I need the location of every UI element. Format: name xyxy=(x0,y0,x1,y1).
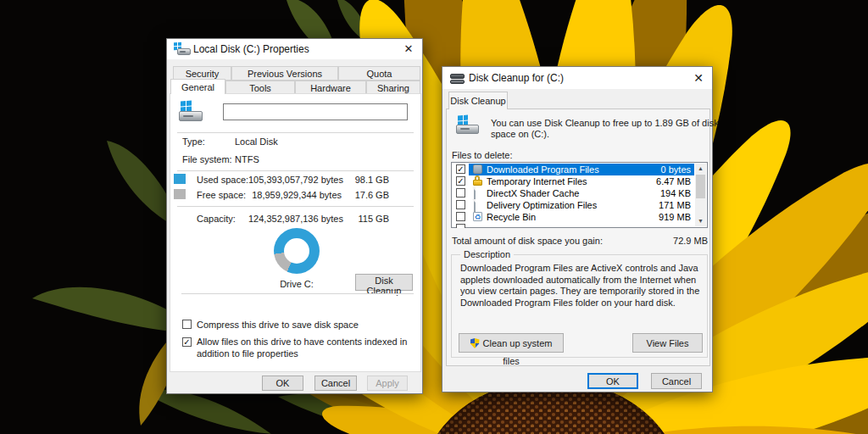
program-files-icon xyxy=(473,164,482,174)
sunflower-wallpaper xyxy=(0,0,868,434)
properties-dialog-title: Local Disk (C:) Properties xyxy=(193,43,309,55)
filesystem-label: File system: xyxy=(182,154,232,164)
tab-tools[interactable]: Tools xyxy=(225,81,295,94)
files-to-delete-list[interactable]: ✓ Downloaded Program Files 0 bytes ✓ Tem… xyxy=(451,162,708,228)
file-size: 171 MB xyxy=(659,200,691,210)
disk-usage-donut-chart xyxy=(274,228,320,274)
cancel-button[interactable]: Cancel xyxy=(314,376,357,391)
file-checkbox[interactable]: ✓ xyxy=(456,164,465,174)
drive-caption: Drive C: xyxy=(254,279,339,289)
type-value: Local Disk xyxy=(235,136,278,147)
uac-shield-icon xyxy=(470,338,480,348)
list-item[interactable]: ♻ Recycle Bin 919 MB xyxy=(453,211,694,223)
apply-button[interactable]: Apply xyxy=(367,376,408,391)
ok-button[interactable]: OK xyxy=(262,376,303,391)
description-text: Downloaded Program Files are ActiveX con… xyxy=(460,263,703,309)
free-space-size: 17.6 GB xyxy=(347,190,389,200)
recycle-bin-icon: ♻ xyxy=(473,212,482,221)
file-name: Temporary Internet Files xyxy=(487,176,587,186)
description-groupbox: Description Downloaded Program Files are… xyxy=(451,254,708,358)
tab-hardware[interactable]: Hardware xyxy=(295,81,366,94)
scroll-up-icon[interactable]: ▲ xyxy=(695,164,706,174)
close-icon[interactable]: ✕ xyxy=(395,39,422,59)
used-space-bytes: 105,393,057,792 bytes xyxy=(248,175,342,185)
file-size: 194 KB xyxy=(660,188,691,198)
free-space-swatch xyxy=(174,189,186,199)
file-size: 0 bytes xyxy=(661,164,691,175)
disk-cleanup-dialog: Disk Cleanup for (C:) ✕ Disk Cleanup You… xyxy=(442,66,713,392)
type-label: Type: xyxy=(182,136,205,147)
free-space-label: Free space: xyxy=(197,190,246,200)
total-gain-label: Total amount of disk space you gain: xyxy=(452,236,603,246)
tab-general[interactable]: General xyxy=(170,79,225,94)
tab-disk-cleanup[interactable]: Disk Cleanup xyxy=(448,92,508,109)
tab-previous-versions[interactable]: Previous Versions xyxy=(231,66,338,81)
capacity-bytes: 124,352,987,136 bytes xyxy=(248,214,342,224)
files-to-delete-label: Files to delete: xyxy=(452,150,513,160)
index-contents-checkbox[interactable]: ✓ xyxy=(182,337,192,347)
properties-dialog: Local Disk (C:) Properties ✕ Security Pr… xyxy=(166,38,423,394)
disk-cleanup-button[interactable]: Disk Cleanup xyxy=(355,274,413,291)
capacity-size: 115 GB xyxy=(347,214,389,224)
capacity-label: Capacity: xyxy=(197,214,236,224)
filesystem-value: NTFS xyxy=(235,154,259,164)
volume-label-input[interactable] xyxy=(223,103,408,120)
file-name: DirectX Shader Cache xyxy=(487,188,579,198)
file-name: Downloaded Program Files xyxy=(487,164,599,175)
file-size: 919 MB xyxy=(659,212,691,222)
file-checkbox[interactable]: ✓ xyxy=(456,176,465,186)
view-files-button[interactable]: View Files xyxy=(632,333,703,353)
description-legend: Description xyxy=(460,249,514,259)
list-item[interactable]: Delivery Optimization Files 171 MB xyxy=(453,199,694,211)
cleanup-intro-line2: space on (C:). xyxy=(491,129,720,141)
properties-titlebar[interactable]: Local Disk (C:) Properties ✕ xyxy=(167,39,422,59)
cleanup-intro-line1: You can use Disk Cleanup to free up to 1… xyxy=(491,118,720,130)
file-name: Delivery Optimization Files xyxy=(487,200,597,210)
file-checkbox[interactable] xyxy=(456,188,465,198)
free-space-bytes: 18,959,929,344 bytes xyxy=(248,190,342,200)
used-space-swatch xyxy=(174,174,186,184)
index-contents-label: Allow files on this drive to have conten… xyxy=(197,337,415,359)
file-checkbox[interactable] xyxy=(456,224,465,228)
list-item[interactable]: ✓ Downloaded Program Files 0 bytes xyxy=(453,164,694,175)
cancel-button[interactable]: Cancel xyxy=(651,373,702,389)
close-icon[interactable]: ✕ xyxy=(685,67,712,89)
file-checkbox[interactable] xyxy=(456,200,465,209)
scroll-down-icon[interactable]: ▼ xyxy=(695,216,706,226)
used-space-label: Used space: xyxy=(197,175,248,185)
list-item-partial[interactable] xyxy=(453,223,694,228)
list-item[interactable]: DirectX Shader Cache 194 KB xyxy=(453,187,694,199)
file-size: 6.47 MB xyxy=(656,176,691,186)
list-scrollbar[interactable]: ▲ ▼ xyxy=(695,164,706,226)
tab-quota[interactable]: Quota xyxy=(338,66,420,81)
ok-button[interactable]: OK xyxy=(587,373,638,389)
list-item[interactable]: ✓ Temporary Internet Files 6.47 MB xyxy=(453,175,694,187)
total-gain-value: 72.9 MB xyxy=(640,236,708,246)
cleanup-titlebar[interactable]: Disk Cleanup for (C:) ✕ xyxy=(442,67,712,89)
file-name: Recycle Bin xyxy=(487,212,536,222)
file-checkbox[interactable] xyxy=(456,212,465,221)
compress-drive-checkbox[interactable] xyxy=(182,320,192,329)
cleanup-dialog-title: Disk Cleanup for (C:) xyxy=(469,72,564,84)
clean-up-system-files-button[interactable]: Clean up system files xyxy=(459,333,564,353)
tab-sharing[interactable]: Sharing xyxy=(366,81,420,94)
compress-drive-label: Compress this drive to save disk space xyxy=(197,320,359,330)
used-space-size: 98.1 GB xyxy=(347,175,389,185)
lock-icon xyxy=(473,176,482,186)
